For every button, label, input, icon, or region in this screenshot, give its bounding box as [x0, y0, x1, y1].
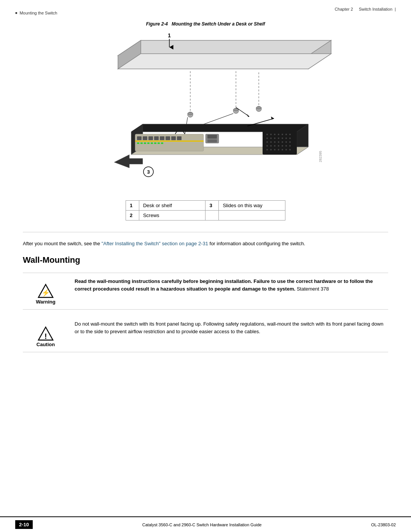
svg-point-49: [282, 134, 283, 135]
page-header: Mounting the Switch Chapter 2 Switch Ins…: [0, 0, 411, 14]
svg-point-67: [270, 145, 272, 147]
svg-text:1: 1: [168, 33, 171, 38]
svg-point-79: [289, 149, 291, 150]
svg-rect-26: [148, 136, 153, 140]
svg-rect-28: [160, 136, 164, 140]
svg-point-70: [282, 145, 283, 147]
legend-num-3: 3: [206, 201, 219, 211]
header-subsection: Mounting the Switch: [15, 11, 57, 15]
svg-rect-36: [147, 142, 150, 144]
svg-point-51: [289, 134, 291, 135]
svg-point-74: [270, 149, 272, 150]
svg-point-75: [274, 149, 276, 150]
svg-point-65: [289, 141, 291, 143]
footer-document-title: Catalyst 3560-C and 2960-C Switch Hardwa…: [40, 522, 363, 527]
svg-text:⚡: ⚡: [41, 289, 50, 297]
main-content: Figure 2-4 Mounting the Switch Under a D…: [0, 14, 411, 374]
svg-point-50: [285, 134, 287, 135]
footer-page-number: 2-10: [15, 520, 33, 529]
svg-point-60: [270, 141, 272, 143]
warning-text-statement: Statement 378: [295, 286, 329, 292]
svg-point-71: [285, 145, 287, 147]
svg-point-64: [285, 141, 287, 143]
legend-desc-2: Screws: [139, 211, 206, 220]
svg-point-13: [256, 107, 261, 109]
svg-point-48: [278, 134, 279, 135]
after-installing-link[interactable]: "After Installing the Switch" section on…: [102, 241, 208, 246]
svg-point-57: [285, 137, 287, 139]
svg-marker-84: [114, 155, 143, 168]
svg-rect-30: [171, 136, 176, 140]
legend-row-1: 1 Desk or shelf 3 Slides on this way: [126, 201, 285, 211]
warning-label: Warning: [36, 299, 56, 305]
warning-icon: ⚡: [38, 283, 54, 299]
header-chapter-section: Chapter 2 Switch Installation |: [335, 7, 396, 11]
svg-text:3: 3: [147, 169, 150, 175]
warning-left: ⚡ Warning: [23, 278, 68, 305]
legend-desc-empty: [219, 211, 285, 220]
svg-point-68: [274, 145, 276, 147]
svg-point-53: [270, 137, 272, 139]
svg-point-61: [274, 141, 276, 143]
legend-desc-1: Desk or shelf: [139, 201, 206, 211]
svg-rect-35: [144, 142, 146, 144]
svg-rect-42: [207, 135, 217, 139]
svg-point-56: [282, 137, 283, 139]
caution-left: ! Caution: [23, 320, 68, 347]
legend-num-empty: [206, 211, 219, 220]
warning-text: Read the wall-mounting instructions care…: [75, 278, 388, 294]
mounting-diagram: 1 2: [72, 33, 339, 193]
page-footer: 2-10 Catalyst 3560-C and 2960-C Switch H…: [0, 516, 411, 532]
svg-rect-29: [166, 136, 170, 140]
svg-point-47: [274, 134, 276, 135]
svg-marker-0: [118, 40, 331, 56]
warning-block: ⚡ Warning Read the wall-mounting instruc…: [23, 273, 388, 310]
legend-desc-3: Slides on this way: [219, 201, 285, 211]
svg-point-63: [282, 141, 283, 143]
legend-row-2: 2 Screws: [126, 211, 285, 220]
svg-point-77: [282, 149, 283, 150]
diagram-container: 1 2: [23, 33, 388, 193]
svg-point-76: [278, 149, 279, 150]
svg-point-7: [188, 112, 193, 115]
svg-rect-39: [158, 142, 160, 144]
footer-doc-number: OL-23803-02: [371, 522, 396, 527]
svg-text:!: !: [45, 332, 47, 340]
svg-rect-40: [161, 142, 163, 144]
svg-rect-43: [207, 139, 217, 142]
svg-rect-24: [137, 136, 142, 140]
svg-point-45: [266, 134, 268, 135]
svg-marker-83: [247, 114, 249, 117]
svg-point-52: [266, 137, 268, 139]
svg-point-78: [285, 149, 287, 150]
svg-rect-27: [154, 136, 159, 140]
caution-icon: !: [38, 326, 54, 342]
svg-rect-33: [137, 142, 139, 144]
legend-num-1: 1: [126, 201, 139, 211]
svg-point-66: [266, 145, 268, 147]
wall-mounting-heading: Wall-Mounting: [23, 255, 388, 265]
svg-rect-25: [143, 136, 147, 140]
svg-point-62: [278, 141, 279, 143]
svg-point-54: [274, 137, 276, 139]
svg-rect-38: [154, 142, 156, 144]
svg-point-69: [278, 145, 279, 147]
legend-table: 1 Desk or shelf 3 Slides on this way 2 S…: [126, 200, 285, 220]
caution-block: ! Caution Do not wall-mount the switch w…: [23, 316, 388, 352]
svg-point-59: [266, 141, 268, 143]
svg-rect-37: [151, 142, 153, 144]
caution-label: Caution: [37, 342, 55, 347]
svg-point-72: [289, 145, 291, 147]
svg-point-73: [266, 149, 268, 150]
svg-marker-3: [118, 54, 331, 69]
caution-text: Do not wall-mount the switch with its fr…: [75, 320, 388, 336]
svg-point-55: [278, 137, 279, 139]
figure-caption: Figure 2-4 Mounting the Switch Under a D…: [23, 21, 388, 27]
svg-text:282395: 282395: [319, 151, 322, 162]
svg-rect-32: [135, 141, 204, 142]
svg-point-58: [289, 137, 291, 139]
legend-num-2: 2: [126, 211, 139, 220]
svg-rect-31: [177, 136, 182, 140]
section-separator-1: [23, 232, 388, 232]
body-paragraph: After you mount the switch, see the "Aft…: [23, 240, 388, 248]
